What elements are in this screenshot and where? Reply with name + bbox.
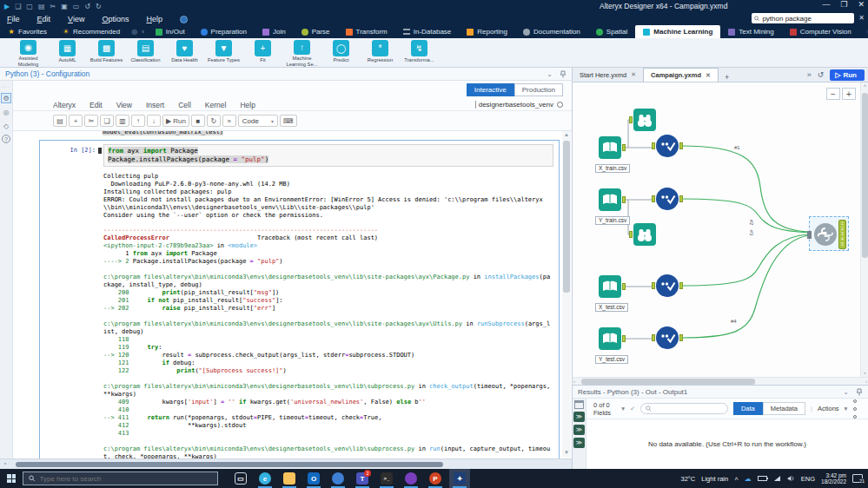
tool-search-box[interactable] [752, 13, 854, 23]
code-input[interactable]: from ayx import PackagePackage.installPa… [103, 144, 553, 167]
zoom-in-button[interactable]: + [842, 88, 856, 100]
ribbon-tab-computer-vision[interactable]: Computer Vision [782, 25, 859, 38]
open-icon[interactable]: ▢ [26, 3, 33, 10]
scrollbar-thumb[interactable] [862, 93, 868, 258]
menu-view[interactable]: View [68, 15, 84, 23]
search-close-icon[interactable]: ✕ [858, 14, 865, 22]
tool-search-input[interactable] [762, 15, 851, 23]
python-tool-node[interactable]: 12345 [809, 216, 849, 251]
copy-cell-icon[interactable]: ❏ [100, 115, 114, 127]
notebook-menu-cell[interactable]: Cell [178, 101, 191, 109]
start-button[interactable] [0, 469, 23, 488]
teams-icon[interactable]: T2 [352, 469, 373, 488]
schedule-icon[interactable]: ↺ [818, 70, 825, 79]
powerpoint-icon[interactable]: P [425, 469, 446, 488]
notebook-menu-view[interactable]: View [116, 101, 132, 109]
fields-dropdown-icon[interactable]: ▾ [621, 405, 625, 412]
network-icon[interactable] [773, 475, 781, 482]
restart-kernel-button[interactable]: ↻ [207, 115, 221, 127]
cell-viewer-icon[interactable] [852, 397, 861, 420]
ribbon-tab-join[interactable]: Join [255, 25, 294, 38]
select-tool[interactable] [656, 188, 679, 210]
close-tab-icon[interactable]: ✕ [631, 71, 636, 78]
onedrive-cloud-icon[interactable]: ☁ [745, 475, 752, 483]
results-search-box[interactable] [640, 403, 728, 414]
ribbon-tab-reporting[interactable]: Reporting [459, 25, 515, 38]
taskbar-search-input[interactable] [40, 475, 212, 483]
palette-tool-build-features[interactable]: ▩Build Features [87, 38, 126, 67]
output-anchor-button[interactable]: ≫ [573, 412, 585, 422]
close-button[interactable]: ✕ [858, 0, 865, 9]
alteryx-logo-icon[interactable]: ▶ [4, 3, 10, 10]
pin-icon[interactable] [856, 388, 863, 396]
menu-file[interactable]: File [7, 15, 20, 23]
zoom-out-button[interactable]: − [826, 88, 840, 100]
ribbon-tab-documentation[interactable]: Documentation [515, 25, 588, 38]
stop-kernel-button[interactable]: ■ [191, 115, 205, 127]
code-line[interactable]: Package.installPackages(package = "pulp"… [108, 155, 549, 164]
scroll-down-icon[interactable]: ▼ [562, 449, 571, 457]
table-icon[interactable] [574, 400, 584, 409]
edge-icon[interactable]: e [255, 469, 275, 488]
help-icon[interactable]: ? [2, 135, 10, 143]
notebook-content[interactable]: model_eval(confusion_matrix_test) In [2]… [13, 130, 572, 458]
run-cell-button[interactable]: ▶Run [162, 115, 189, 127]
taskbar-search-box[interactable] [23, 472, 218, 485]
ribbon-tab-interface[interactable]: Interface [859, 25, 868, 38]
undo-icon[interactable]: ↺ [84, 3, 90, 10]
menu-help[interactable]: Help [146, 15, 162, 23]
gear-icon[interactable]: ⚙ [1, 93, 11, 103]
alteryx-icon[interactable]: ✦ [449, 469, 470, 488]
scrollbar-thumb[interactable] [563, 141, 570, 293]
notebook-menu-insert[interactable]: Insert [146, 101, 164, 109]
scroll-down-icon[interactable]: ˅ [861, 371, 868, 376]
explorer-icon[interactable] [279, 469, 300, 488]
browse-tool[interactable] [633, 109, 656, 131]
input-data-tool[interactable] [599, 275, 621, 298]
palette-tool-data-health[interactable]: ♥Data Health [165, 38, 204, 67]
mode-interactive[interactable]: Interactive [467, 83, 514, 96]
close-tab-icon[interactable]: ✕ [706, 72, 711, 79]
workflow-tab-campaign-yxmd[interactable]: Campaign.yxmd✕ [643, 68, 719, 82]
hidden-icons-chevron[interactable]: ˄ [734, 475, 739, 483]
palette-tool-predict[interactable]: ◯Predict [321, 38, 361, 67]
ribbon-tab-spatial[interactable]: Spatial [588, 25, 635, 38]
ribbon-tab-in-database[interactable]: In-Database [395, 25, 460, 38]
pin-icon[interactable] [560, 70, 567, 78]
notebook-menu-help[interactable]: Help [240, 101, 255, 109]
speaker-icon[interactable] [787, 475, 795, 482]
run-workflow-button[interactable]: ▷Run [830, 69, 865, 81]
move-down-icon[interactable]: ↓ [147, 115, 161, 127]
clock[interactable]: 3:42 pm 18/2/2022 [821, 472, 846, 485]
minimize-button[interactable]: — [822, 0, 830, 9]
cut-cell-icon[interactable]: ✂ [84, 115, 98, 127]
notification-icon[interactable]: 21 [852, 474, 863, 483]
input-data-tool[interactable] [599, 136, 621, 159]
select-tool[interactable] [656, 326, 679, 349]
history-clock-icon[interactable]: ◔ [3, 460, 7, 468]
ribbon-tab-favorites[interactable]: ★Favorites [0, 25, 55, 38]
palette-tool-classification[interactable]: ▤Classification [126, 38, 165, 67]
add-cell-icon[interactable]: + [69, 115, 83, 127]
input-data-tool[interactable] [599, 327, 621, 350]
outlook-icon[interactable]: O [303, 469, 324, 488]
new-icon[interactable]: ❏ [15, 3, 21, 10]
scroll-up-icon[interactable]: ˄ [861, 83, 868, 89]
palette-tool-machine-learning-se[interactable]: ↑Machine Learning Se... [282, 38, 321, 67]
output-anchor-button[interactable]: ≫ [573, 438, 585, 448]
output-anchor-button[interactable]: ≫ [573, 425, 585, 435]
task-view-icon[interactable]: ▭ [230, 469, 251, 488]
ribbon-tab-text-mining[interactable]: Text Mining [720, 25, 781, 38]
copy-icon[interactable]: ▣ [61, 3, 68, 10]
notebook-menu-alteryx[interactable]: Alteryx [53, 101, 76, 109]
palette-tool-transforma[interactable]: ↯Transforma... [400, 38, 439, 67]
canvas-vscrollbar[interactable]: ˄ ˅ [860, 82, 868, 377]
menu-options[interactable]: Options [102, 15, 129, 23]
notebook-cell[interactable]: In [2]: from ayx import PackagePackage.i… [39, 140, 560, 458]
terminal-icon[interactable]: >_ [376, 469, 397, 488]
weather-desc[interactable]: Light rain [701, 475, 728, 483]
expand-icon[interactable]: » [807, 70, 812, 79]
actions-dropdown-icon[interactable]: ▾ [845, 405, 848, 412]
results-tab-metadata[interactable]: Metadata [763, 402, 805, 415]
ribbon-tab-parse[interactable]: Parse [294, 25, 338, 38]
